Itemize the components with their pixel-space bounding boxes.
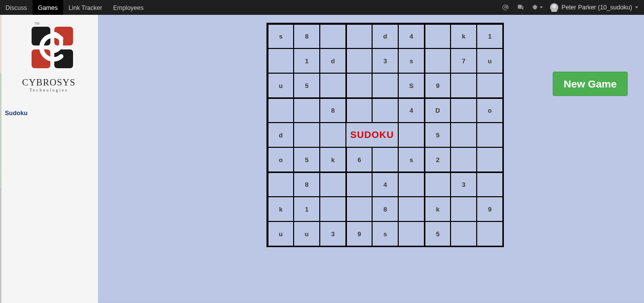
sudoku-cell[interactable]: 9 [424,73,451,98]
sudoku-cell[interactable]: 1 [477,24,503,48]
sudoku-cell[interactable]: 5 [294,73,320,98]
sudoku-cell[interactable]: 1 [294,197,320,221]
sudoku-cell[interactable] [398,197,424,221]
sudoku-cell[interactable] [451,73,477,98]
sudoku-cell[interactable] [477,73,503,98]
nav-item-link-tracker[interactable]: Link Tracker [63,0,108,15]
sudoku-cell[interactable]: 8 [294,24,320,48]
sudoku-cell[interactable] [451,197,477,221]
chevron-down-icon [635,6,638,8]
sudoku-cell[interactable] [451,98,477,123]
content-area: s8d4k11d3s7uu5S984DodSUDOKU5o5k6s2843k18… [98,15,644,303]
conversations-icon[interactable] [516,3,524,11]
sudoku-cell[interactable]: 5 [294,147,320,172]
sudoku-cell[interactable]: u [267,221,294,246]
sudoku-cell[interactable] [267,98,294,123]
sudoku-cell[interactable]: o [477,98,503,123]
nav-item-employees[interactable]: Employees [108,0,149,15]
sudoku-cell[interactable] [346,73,372,98]
nav-menu: Discuss Games Link Tracker Employees [0,0,149,15]
sudoku-cell[interactable] [477,123,503,147]
sudoku-cell[interactable] [346,98,372,123]
sudoku-cell[interactable]: k [267,197,294,221]
sudoku-cell[interactable] [346,48,372,73]
sudoku-cell[interactable]: s [398,147,424,172]
sudoku-cell[interactable]: D [424,98,451,123]
sudoku-cell[interactable]: 5 [424,221,451,246]
sudoku-cell[interactable] [320,123,346,147]
at-icon[interactable] [501,3,509,11]
decorative-edge [0,15,1,303]
sudoku-cell[interactable]: 6 [346,147,372,172]
sudoku-cell[interactable]: d [267,123,294,147]
sudoku-cell[interactable]: o [267,147,294,172]
sudoku-cell[interactable] [372,147,398,172]
sudoku-cell[interactable] [294,98,320,123]
trademark-label: TM [35,22,39,25]
sidebar-item-sudoku[interactable]: Sudoku [5,110,28,117]
sudoku-cell[interactable] [372,73,398,98]
sudoku-cell[interactable] [267,48,294,73]
sudoku-cell[interactable] [424,172,451,197]
sudoku-grid: s8d4k11d3s7uu5S984DodSUDOKU5o5k6s2843k18… [266,23,504,247]
sudoku-cell[interactable] [320,197,346,221]
sudoku-cell[interactable] [451,147,477,172]
sudoku-cell[interactable]: 8 [294,172,320,197]
sudoku-cell[interactable]: 8 [320,98,346,123]
sudoku-cell[interactable]: 9 [477,197,503,221]
sudoku-cell[interactable]: 3 [320,221,346,246]
sudoku-cell[interactable] [320,172,346,197]
sudoku-cell[interactable]: 4 [398,98,424,123]
new-game-button[interactable]: New Game [553,72,628,96]
sudoku-cell[interactable]: 7 [451,48,477,73]
sudoku-cell[interactable]: 1 [294,48,320,73]
brand-tagline: Technologies [0,88,98,92]
sudoku-cell[interactable] [451,221,477,246]
logo-icon [28,23,77,72]
sudoku-cell[interactable]: u [477,48,503,73]
sudoku-cell[interactable] [320,73,346,98]
sudoku-cell[interactable] [398,172,424,197]
sudoku-cell[interactable] [346,172,372,197]
nav-item-games[interactable]: Games [33,0,63,15]
sudoku-cell[interactable]: u [267,73,294,98]
sudoku-cell[interactable]: S [398,73,424,98]
sudoku-cell[interactable]: 2 [424,147,451,172]
sudoku-cell[interactable] [320,24,346,48]
sudoku-cell[interactable]: s [398,48,424,73]
sudoku-cell[interactable] [477,172,503,197]
sudoku-cell[interactable]: 4 [398,24,424,48]
user-menu[interactable]: Peter Parker (10_sudoku) [550,3,638,12]
sudoku-cell[interactable]: k [424,197,451,221]
sudoku-cell[interactable] [346,197,372,221]
sudoku-cell[interactable] [398,221,424,246]
sudoku-cell[interactable]: 5 [424,123,451,147]
sudoku-cell[interactable] [267,172,294,197]
sudoku-cell[interactable]: 3 [372,48,398,73]
sudoku-cell[interactable] [477,221,503,246]
chevron-down-icon [540,6,543,8]
sudoku-title-label: SUDOKU [346,123,398,147]
sudoku-cell[interactable]: s [372,221,398,246]
sudoku-cell[interactable] [424,48,451,73]
sudoku-cell[interactable] [294,123,320,147]
sudoku-cell[interactable] [424,24,451,48]
sudoku-cell[interactable]: d [372,24,398,48]
sudoku-cell[interactable]: 9 [346,221,372,246]
sudoku-cell[interactable]: k [451,24,477,48]
sudoku-cell[interactable] [372,98,398,123]
sudoku-cell[interactable] [451,123,477,147]
sudoku-cell[interactable]: 3 [451,172,477,197]
sudoku-cell[interactable]: d [320,48,346,73]
debug-menu[interactable] [531,3,543,11]
sudoku-cell[interactable] [477,147,503,172]
sudoku-cell[interactable]: 8 [372,197,398,221]
sudoku-cell[interactable]: u [294,221,320,246]
sudoku-cell[interactable]: k [320,147,346,172]
sudoku-cell[interactable]: s [267,24,294,48]
sudoku-cell[interactable] [346,24,372,48]
nav-item-discuss[interactable]: Discuss [0,0,33,15]
sudoku-cell[interactable]: 4 [372,172,398,197]
brand-logo: TM CYBROSYS Technologies [0,15,98,97]
sudoku-cell[interactable] [398,123,424,147]
